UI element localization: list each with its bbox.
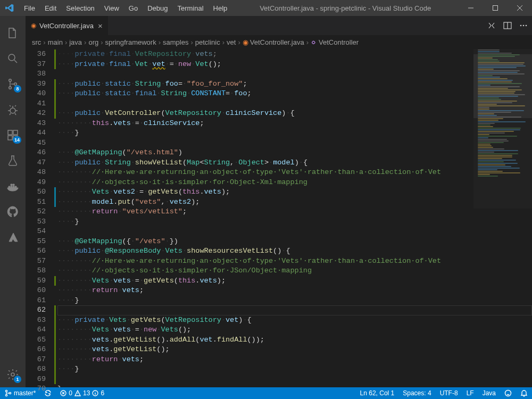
crumb-main[interactable]: main — [48, 38, 63, 46]
svg-point-1 — [9, 54, 15, 61]
crumb-petclinic[interactable]: petclinic — [195, 38, 220, 46]
svg-point-15 — [5, 390, 7, 392]
status-language[interactable]: Java — [478, 387, 500, 399]
chevron-right-icon: › — [222, 38, 225, 46]
svg-rect-9 — [13, 130, 18, 135]
chevron-right-icon: › — [65, 38, 67, 46]
window-minimize-button[interactable] — [459, 0, 483, 16]
window-title: VetController.java - spring-petclinic - … — [232, 4, 459, 12]
activity-bar: 8 14 1 — [0, 16, 26, 387]
svg-point-2 — [9, 79, 12, 82]
svg-point-20 — [505, 390, 511, 396]
activity-explorer[interactable] — [0, 20, 26, 46]
more-icon[interactable] — [519, 21, 528, 30]
svg-point-5 — [10, 108, 15, 113]
svg-rect-6 — [8, 130, 12, 135]
menu-selection[interactable]: Selection — [66, 4, 94, 12]
activity-docker[interactable] — [0, 173, 26, 199]
menu-file[interactable]: File — [24, 4, 35, 12]
svg-point-12 — [520, 25, 522, 27]
scm-badge: 8 — [14, 85, 21, 93]
class-icon: ⭘ — [311, 39, 317, 46]
java-file-icon: ◉ — [31, 22, 36, 29]
compare-icon[interactable] — [487, 21, 496, 30]
status-cursor[interactable]: Ln 62, Col 1 — [356, 387, 399, 399]
activity-settings[interactable]: 1 — [0, 362, 26, 387]
menu-debug[interactable]: Debug — [147, 4, 168, 12]
status-bar: master* 0 13 6 Ln 62, Col 1 Spaces: 4 UT… — [0, 387, 532, 399]
status-eol[interactable]: LF — [462, 387, 478, 399]
chevron-right-icon: › — [101, 38, 103, 46]
extensions-badge: 14 — [13, 136, 21, 144]
menu-view[interactable]: View — [104, 4, 119, 12]
crumb-springframework[interactable]: springframework — [105, 38, 156, 46]
tab-bar: ◉ VetController.java × — [26, 16, 532, 35]
tab-vetcontroller[interactable]: ◉ VetController.java × — [26, 16, 109, 35]
svg-point-10 — [11, 373, 14, 376]
crumb-vetcontroller-java[interactable]: ◉VetController.java — [243, 38, 304, 46]
split-editor-icon[interactable] — [503, 21, 512, 30]
activity-debug[interactable] — [0, 97, 26, 122]
svg-point-16 — [5, 394, 7, 396]
activity-test[interactable] — [0, 148, 26, 173]
chevron-right-icon: › — [43, 38, 45, 46]
editor[interactable]: 3637383940414243444546474849505152535455… — [26, 49, 532, 387]
menu-help[interactable]: Help — [213, 4, 228, 12]
menu-terminal[interactable]: Terminal — [177, 4, 203, 12]
status-spaces[interactable]: Spaces: 4 — [398, 387, 435, 399]
svg-point-13 — [523, 25, 525, 27]
svg-point-17 — [9, 392, 11, 394]
java-file-icon: ◉ — [243, 38, 248, 46]
window-maximize-button[interactable] — [483, 0, 508, 16]
chevron-right-icon: › — [306, 38, 309, 46]
titlebar: FileEditSelectionViewGoDebugTerminalHelp… — [0, 0, 532, 16]
activity-extensions[interactable]: 14 — [0, 122, 26, 148]
activity-scm[interactable]: 8 — [0, 71, 26, 97]
crumb-org[interactable]: org — [88, 38, 98, 46]
minimap[interactable] — [473, 49, 532, 209]
chevron-right-icon: › — [190, 38, 193, 46]
status-encoding[interactable]: UTF-8 — [436, 387, 462, 399]
chevron-right-icon: › — [159, 38, 161, 46]
svg-point-3 — [9, 87, 12, 89]
vscode-logo-icon — [5, 4, 14, 12]
status-feedback[interactable] — [500, 387, 516, 399]
status-problems[interactable]: 0 13 6 — [56, 387, 109, 399]
crumb-vetcontroller[interactable]: ⭘VetController — [311, 38, 359, 46]
tab-label: VetController.java — [39, 22, 94, 30]
menu-edit[interactable]: Edit — [45, 4, 56, 12]
crumb-vet[interactable]: vet — [227, 38, 236, 46]
settings-badge: 1 — [14, 376, 21, 383]
chevron-right-icon: › — [84, 38, 86, 46]
activity-search[interactable] — [0, 46, 26, 71]
crumb-java[interactable]: java — [69, 38, 82, 46]
status-notifications[interactable] — [516, 387, 532, 399]
activity-azure[interactable] — [0, 225, 26, 250]
crumb-src[interactable]: src — [32, 38, 41, 46]
svg-point-14 — [526, 25, 527, 27]
crumb-samples[interactable]: samples — [163, 38, 188, 46]
chevron-right-icon: › — [238, 38, 240, 46]
activity-github[interactable] — [0, 199, 26, 225]
menu-go[interactable]: Go — [129, 4, 138, 12]
svg-rect-0 — [493, 6, 498, 11]
svg-rect-7 — [8, 136, 12, 140]
window-close-button[interactable] — [508, 0, 532, 16]
tab-close-button[interactable]: × — [98, 21, 103, 30]
breadcrumb[interactable]: src›main›java›org›springframework›sample… — [26, 35, 532, 49]
